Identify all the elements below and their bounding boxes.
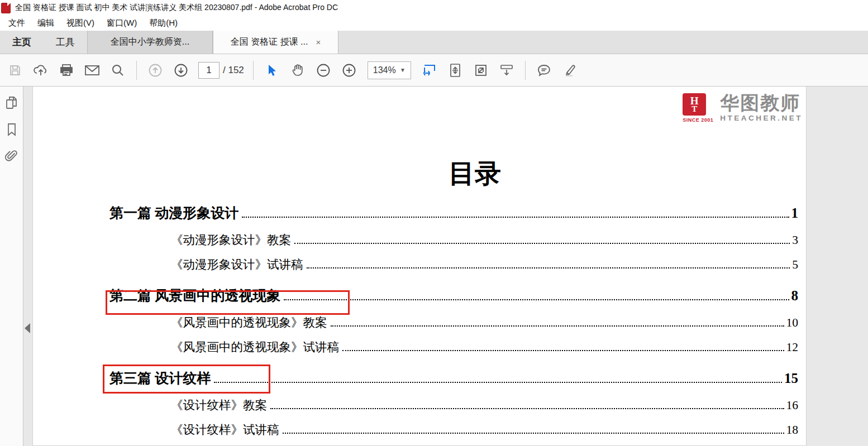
acrobat-pdf-icon bbox=[1, 3, 11, 13]
toc-entry-title: 《风景画中的透视现象》教案 bbox=[171, 314, 327, 330]
toc-dot-leader bbox=[270, 408, 784, 409]
toc-entry-title: 《设计纹样》教案 bbox=[171, 397, 267, 413]
toc-entry-title: 第三篇 设计纹样 bbox=[109, 369, 211, 387]
menu-help[interactable]: 帮助(H) bbox=[143, 17, 184, 30]
tab-tools[interactable]: 工具 bbox=[44, 31, 87, 54]
document-canvas[interactable]: H T SINCE 2001 华图教师 HTEACHER.NET 目录 第一篇 … bbox=[23, 87, 868, 446]
page-number-input[interactable] bbox=[198, 62, 220, 79]
search-icon bbox=[111, 64, 125, 77]
save-icon bbox=[8, 64, 22, 77]
menu-view[interactable]: 视图(V) bbox=[60, 17, 101, 30]
toc-entry[interactable]: 《设计纹样》试讲稿 18 bbox=[33, 421, 806, 446]
toc-entry-title: 《设计纹样》试讲稿 bbox=[171, 421, 279, 438]
menu-file[interactable]: 文件 bbox=[2, 17, 31, 30]
zoom-in-icon bbox=[342, 63, 356, 78]
doc-tab-inactive[interactable]: 全国中小学教师资... bbox=[87, 31, 213, 54]
toc-entry[interactable]: 《动漫形象设计》教案 3 bbox=[33, 232, 806, 256]
toc-entry-title: 第二篇 风景画中的透视现象 bbox=[109, 286, 280, 305]
menu-bar: 文件 编辑 视图(V) 窗口(W) 帮助(H) bbox=[0, 16, 868, 31]
select-tool-icon bbox=[266, 64, 278, 77]
hand-tool-button[interactable] bbox=[285, 57, 311, 83]
toc-dot-leader bbox=[307, 267, 790, 268]
cloud-upload-button[interactable] bbox=[28, 57, 54, 83]
toc-entry[interactable]: 第一篇 动漫形象设计 1 bbox=[33, 204, 806, 232]
fit-page-icon bbox=[449, 63, 462, 78]
toc-dot-leader bbox=[294, 243, 790, 244]
select-tool-button[interactable] bbox=[259, 57, 285, 83]
zoom-in-button[interactable] bbox=[336, 57, 362, 83]
toc-dot-leader bbox=[283, 433, 784, 434]
toc-entry[interactable]: 《动漫形象设计》试讲稿 5 bbox=[33, 256, 806, 281]
fit-width-icon bbox=[422, 63, 437, 78]
window-title-bar: 全国 资格证 授课 面试 初中 美术 试讲演练讲义 美术组 20230807.p… bbox=[0, 0, 868, 16]
toc-entry-title: 《动漫形象设计》教案 bbox=[171, 232, 291, 248]
close-tab-icon[interactable]: × bbox=[316, 38, 321, 46]
fit-page-button[interactable] bbox=[442, 57, 468, 83]
tab-bar: 主页 工具 全国中小学教师资... 全国 资格证 授课 ... × bbox=[0, 31, 868, 54]
zoom-level-value: 134% bbox=[373, 65, 396, 75]
toc-page-number: 8 bbox=[791, 288, 799, 304]
page-thumbnails-icon bbox=[5, 95, 18, 110]
highlight-button[interactable] bbox=[557, 57, 583, 83]
toc-dot-leader bbox=[242, 217, 789, 218]
zoom-level-dropdown[interactable]: 134% ▼ bbox=[368, 61, 411, 79]
toc-page-number: 10 bbox=[786, 316, 799, 330]
toc-entry[interactable]: 第三篇 设计纹样 15 bbox=[33, 369, 806, 397]
print-button[interactable] bbox=[54, 57, 79, 83]
app-body: H T SINCE 2001 华图教师 HTEACHER.NET 目录 第一篇 … bbox=[0, 87, 868, 446]
logo-since-label: SINCE 2001 bbox=[683, 117, 713, 123]
toc-entry-title: 第一篇 动漫形象设计 bbox=[109, 204, 239, 222]
fit-width-button[interactable] bbox=[417, 57, 442, 83]
toc-entry[interactable]: 第二篇 风景画中的透视现象 8 bbox=[33, 286, 806, 314]
toc-dot-leader bbox=[284, 299, 789, 300]
toc-page-number: 18 bbox=[786, 423, 799, 437]
next-page-button[interactable] bbox=[168, 57, 194, 83]
toc-entry[interactable]: 《设计纹样》教案 16 bbox=[33, 397, 806, 421]
page-thumbnails-button[interactable] bbox=[3, 94, 20, 111]
zoom-out-button[interactable] bbox=[311, 57, 336, 83]
main-toolbar: / 152 134% ▼ bbox=[0, 54, 868, 87]
logo-brand-name: 华图教师 bbox=[720, 93, 803, 112]
logo-domain: HTEACHER.NET bbox=[720, 114, 803, 122]
bookmarks-icon bbox=[6, 122, 18, 137]
toc-page-number: 5 bbox=[792, 258, 798, 272]
toc-dot-leader bbox=[214, 382, 782, 383]
email-icon bbox=[84, 64, 100, 76]
print-icon bbox=[59, 64, 74, 77]
fullscreen-button[interactable] bbox=[468, 57, 494, 83]
search-button[interactable] bbox=[105, 57, 131, 83]
toc-page-number: 12 bbox=[786, 341, 799, 354]
previous-page-button[interactable] bbox=[142, 57, 168, 83]
toc-entry[interactable]: 《风景画中的透视现象》教案 10 bbox=[33, 314, 806, 339]
menu-edit[interactable]: 编辑 bbox=[31, 17, 60, 30]
save-button[interactable] bbox=[2, 57, 28, 83]
attachments-button[interactable] bbox=[3, 148, 20, 165]
toc-entry-title: 《动漫形象设计》试讲稿 bbox=[171, 256, 303, 272]
email-button[interactable] bbox=[79, 57, 105, 83]
toc-dot-leader bbox=[342, 350, 784, 351]
toc-page-number: 1 bbox=[791, 205, 799, 221]
previous-page-icon bbox=[148, 63, 163, 78]
pdf-page: H T SINCE 2001 华图教师 HTEACHER.NET 目录 第一篇 … bbox=[32, 87, 807, 446]
page-count-label: / 152 bbox=[223, 65, 244, 76]
toolbar-divider bbox=[525, 61, 526, 80]
menu-window[interactable]: 窗口(W) bbox=[101, 17, 143, 30]
toc-entry[interactable]: 《风景画中的透视现象》试讲稿 12 bbox=[33, 339, 806, 363]
comment-icon bbox=[537, 64, 551, 77]
highlight-icon bbox=[562, 64, 577, 77]
collapse-pane-icon[interactable] bbox=[25, 323, 30, 333]
zoom-out-icon bbox=[316, 63, 331, 78]
comment-button[interactable] bbox=[531, 57, 557, 83]
attachments-icon bbox=[4, 149, 19, 164]
navigation-pane bbox=[0, 87, 23, 446]
tab-home[interactable]: 主页 bbox=[0, 31, 44, 54]
toolbar-divider bbox=[253, 61, 254, 80]
scroll-mode-icon bbox=[499, 64, 514, 77]
scroll-mode-button[interactable] bbox=[494, 57, 519, 83]
window-title: 全国 资格证 授课 面试 初中 美术 试讲演练讲义 美术组 20230807.p… bbox=[15, 3, 338, 13]
huatu-logo: H T SINCE 2001 华图教师 HTEACHER.NET bbox=[683, 93, 803, 123]
fullscreen-icon bbox=[474, 64, 488, 77]
bookmarks-button[interactable] bbox=[3, 121, 20, 138]
doc-tab-active[interactable]: 全国 资格证 授课 ... × bbox=[213, 31, 338, 54]
toc-title: 目录 bbox=[33, 156, 806, 191]
